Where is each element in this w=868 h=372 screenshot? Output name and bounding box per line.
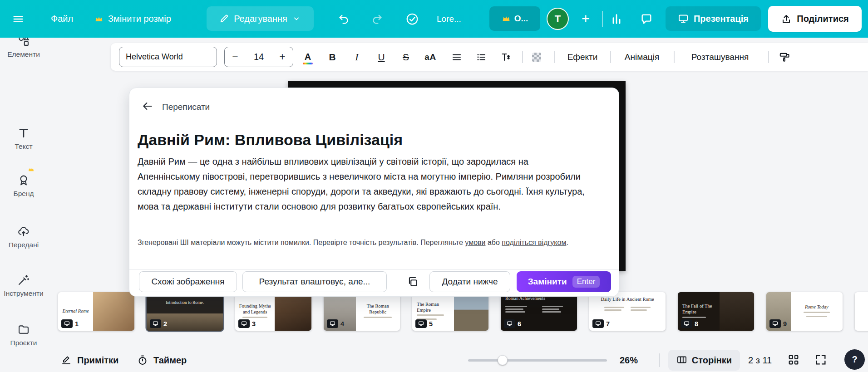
thumbnail-title: Founding Myths and Legends: [238, 303, 272, 315]
underline-button[interactable]: U: [371, 47, 391, 67]
slide-icon: [238, 319, 250, 328]
thumbnail-photo: [454, 292, 488, 331]
crown-icon: [502, 14, 511, 23]
ai-rewrite-modal: Переписати Давній Рим: Впливова Цивіліза…: [129, 88, 619, 297]
strikethrough-button[interactable]: S: [396, 47, 416, 67]
copy-style-button[interactable]: [774, 47, 795, 67]
sidebar-item-label: Проєкти: [10, 339, 37, 347]
sidebar-item-tools[interactable]: Інструменти: [0, 274, 47, 298]
zoom-slider-knob[interactable]: [498, 355, 508, 365]
rainbow-color-bar: [303, 63, 313, 64]
text-placeholder: [682, 317, 706, 318]
text-color-button[interactable]: A: [298, 47, 318, 67]
alignment-button[interactable]: [447, 47, 467, 67]
zoom-slider-track[interactable]: [468, 359, 607, 362]
sidebar-item-text[interactable]: Текст: [0, 127, 47, 151]
text-placeholder: [631, 307, 651, 308]
save-status-button[interactable]: [405, 0, 419, 38]
page-badge: 8: [681, 319, 698, 328]
sidebar-item-label: Передані: [9, 241, 39, 249]
invite-member-button[interactable]: +: [577, 0, 595, 38]
file-menu-button[interactable]: Файл: [51, 0, 73, 38]
back-button[interactable]: [140, 99, 155, 113]
hamburger-icon: [12, 13, 25, 25]
add-below-button[interactable]: Додати нижче: [429, 271, 510, 292]
generated-body-text: Давній Рим — це одна з найбільш впливови…: [138, 154, 590, 214]
similar-images-button[interactable]: Схожі зображення: [139, 271, 237, 292]
help-button[interactable]: ?: [844, 349, 865, 370]
toolbar-divider: [768, 51, 769, 63]
resize-button[interactable]: Змінити розмір: [94, 0, 171, 38]
sidebar-item-uploads[interactable]: Передані: [0, 225, 47, 249]
main-menu-button[interactable]: [12, 0, 25, 38]
share-button[interactable]: Поділитися: [768, 6, 862, 32]
font-size-decrease-button[interactable]: −: [225, 51, 246, 63]
toolbar-divider: [522, 51, 523, 63]
grid-view-button[interactable]: [787, 353, 800, 366]
animation-button[interactable]: Анімація: [618, 47, 666, 67]
display-icon: [678, 13, 689, 24]
letter-spacing-button[interactable]: [496, 47, 516, 67]
user-avatar[interactable]: T: [547, 8, 569, 30]
redo-button[interactable]: [370, 0, 383, 38]
text-case-button[interactable]: aA: [419, 47, 442, 67]
page-badge: 1: [61, 319, 79, 328]
timer-button[interactable]: Таймер: [137, 348, 187, 372]
sidebar-item-brand[interactable]: Бренд: [0, 174, 47, 198]
undo-button[interactable]: [338, 0, 350, 38]
page-thumbnail-3[interactable]: Founding Myths and Legends 3: [235, 292, 311, 331]
redo-icon: [370, 13, 383, 25]
sidebar-item-elements[interactable]: Елементи: [0, 34, 47, 59]
page-number: 1: [75, 320, 79, 328]
editing-mode-button[interactable]: Редагування: [207, 6, 314, 31]
copy-result-button[interactable]: [402, 271, 423, 292]
comment-bubble-icon: [640, 13, 653, 25]
feedback-link[interactable]: поділіться відгуком: [502, 239, 566, 246]
insights-button[interactable]: [610, 0, 623, 38]
page-thumbnail-2-selected[interactable]: Introduction to Rome. 2: [147, 292, 223, 331]
font-family-selector[interactable]: Helvetica World: [119, 47, 217, 67]
page-thumbnail-partial[interactable]: [855, 292, 868, 331]
presentation-button[interactable]: Презентація: [666, 6, 761, 31]
upgrade-button[interactable]: О...: [489, 6, 540, 31]
font-size-increase-button[interactable]: +: [272, 51, 293, 63]
italic-button[interactable]: I: [347, 47, 367, 67]
sidebar-item-projects[interactable]: Проєкти: [0, 323, 47, 347]
fullscreen-button[interactable]: [814, 353, 827, 366]
position-button[interactable]: Розташування: [681, 47, 759, 67]
list-button[interactable]: [471, 47, 491, 67]
sidebar-item-label: Елементи: [7, 50, 40, 59]
slide-icon: [327, 319, 338, 328]
page-thumbnail-6[interactable]: Roman Achievements 6: [501, 292, 577, 331]
page-number: 3: [252, 320, 256, 328]
align-icon: [451, 52, 462, 63]
notes-button[interactable]: Примітки: [61, 348, 118, 372]
copy-icon: [407, 276, 419, 288]
text-toolbar: Helvetica World − 14 + A B I U S aA Ефек…: [111, 43, 868, 71]
page-thumbnail-5[interactable]: The Roman Empire 5: [412, 292, 488, 331]
terms-link[interactable]: умови: [465, 239, 485, 246]
zoom-level[interactable]: 26%: [614, 348, 644, 372]
replace-button[interactable]: Замінити Enter: [517, 271, 611, 292]
page-thumbnail-8[interactable]: The Fall of The Empire 8: [678, 292, 754, 331]
pages-view-button[interactable]: Сторінки: [668, 350, 740, 371]
sidebar-item-label: Інструменти: [4, 289, 43, 298]
page-thumbnail-4[interactable]: The Roman Republic 4: [324, 292, 400, 331]
page-filmstrip: Eternal Rome 1 Introduction to Rome. 2 F…: [0, 292, 868, 334]
page-number: 4: [340, 320, 344, 328]
slide-icon: [769, 319, 781, 328]
bold-button[interactable]: B: [322, 47, 342, 67]
document-title[interactable]: Lore...: [437, 0, 477, 38]
page-number: 9: [783, 320, 787, 328]
text-columns-placeholder: [604, 305, 651, 312]
page-thumbnail-1[interactable]: Eternal Rome 1: [58, 292, 134, 331]
thumbnail-photo: [720, 292, 754, 331]
font-size-value[interactable]: 14: [254, 52, 264, 62]
comments-button[interactable]: [640, 0, 653, 38]
result-feedback-button[interactable]: Результат влаштовує, але...: [242, 271, 387, 292]
effects-button[interactable]: Ефекти: [561, 47, 604, 67]
page-thumbnail-9[interactable]: Rome Today 9: [766, 292, 843, 331]
position-label: Розташування: [691, 52, 749, 62]
page-thumbnail-7[interactable]: Daily Life in Ancient Rome 7: [589, 292, 666, 331]
transparency-button[interactable]: [527, 47, 547, 67]
